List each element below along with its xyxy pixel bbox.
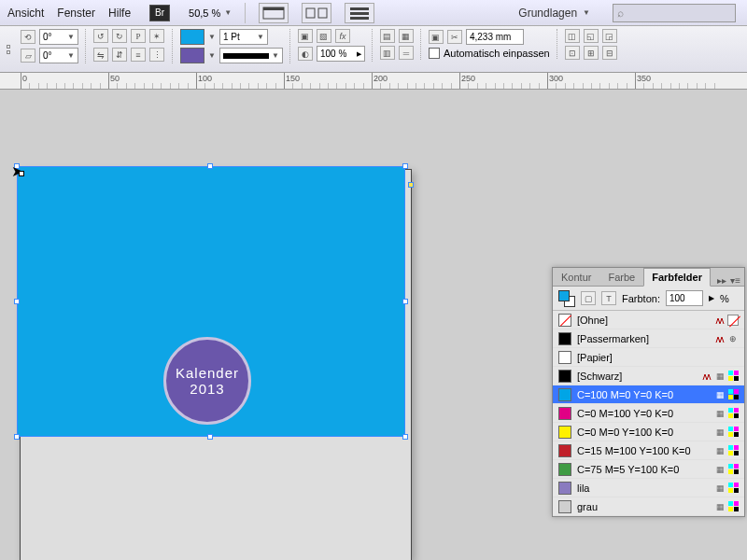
crop-icon[interactable]: ✂ — [447, 30, 462, 44]
svg-rect-1 — [263, 7, 284, 10]
flip-v-icon[interactable]: ⇵ — [112, 48, 127, 62]
swatch-row[interactable]: C=75 M=5 Y=100 K=0▦ — [553, 460, 744, 479]
selection-handle[interactable] — [402, 299, 408, 304]
svg-rect-14 — [734, 395, 739, 399]
selection-handle[interactable] — [408, 182, 414, 188]
chevron-down-icon[interactable]: ▼ — [208, 51, 216, 60]
cmyk-icon — [727, 464, 739, 475]
panel-collapse-icon[interactable]: ▸▸ — [717, 275, 726, 286]
view-options-button[interactable] — [345, 3, 374, 23]
swatch-name: C=75 M=5 Y=100 K=0 — [577, 464, 709, 475]
stroke-swatch[interactable] — [180, 48, 204, 63]
formatting-text-icon[interactable]: T — [601, 291, 616, 305]
formatting-container-icon[interactable]: ▢ — [581, 291, 596, 305]
chevron-down-icon: ▼ — [583, 8, 590, 17]
wrap-jump-icon[interactable]: ═ — [399, 46, 414, 60]
swatches-list[interactable]: [Ohne][Passermarken]⊕[Papier][Schwarz]▦C… — [553, 311, 744, 516]
swatch-row[interactable]: [Schwarz]▦ — [553, 367, 744, 385]
svg-rect-38 — [734, 507, 739, 511]
center-content-icon[interactable]: ⊡ — [565, 46, 580, 60]
fill-frame-icon[interactable]: ◲ — [602, 29, 617, 43]
fit-value-field[interactable]: 4,233 mm — [466, 29, 524, 45]
svg-rect-9 — [728, 376, 733, 381]
selection-handle[interactable] — [207, 434, 213, 440]
swatch-row[interactable]: [Papier] — [553, 348, 744, 367]
svg-rect-25 — [728, 451, 733, 455]
tint-slider-icon[interactable]: ▶ — [709, 294, 714, 302]
search-input[interactable]: ⌕ — [613, 4, 736, 22]
separator — [245, 3, 246, 23]
fit-content-icon[interactable]: ◫ — [565, 29, 580, 43]
panel-handle-icon[interactable] — [4, 29, 13, 69]
arrange-button[interactable] — [302, 3, 331, 23]
screen-mode-button[interactable] — [259, 3, 289, 23]
selection-handle[interactable] — [207, 163, 213, 169]
fill-stroke-proxy[interactable] — [558, 290, 575, 307]
fit-frame-content-icon[interactable]: ⊞ — [584, 46, 599, 60]
swatch-row[interactable]: C=0 M=100 Y=0 K=0▦ — [553, 404, 744, 423]
cmyk-icon — [727, 483, 739, 494]
registration-icon: ⊕ — [727, 333, 739, 344]
tint-field[interactable]: 100 — [666, 290, 703, 306]
menu-hilfe[interactable]: Hilfe — [108, 7, 131, 20]
clear-fit-icon[interactable]: ⊟ — [602, 46, 617, 60]
tab-farbe[interactable]: Farbe — [599, 268, 643, 286]
kalender-badge[interactable]: Kalender 2013 — [163, 337, 251, 425]
fit-frame-icon[interactable]: ▣ — [429, 30, 444, 44]
align-icon[interactable]: ≡ — [131, 48, 146, 62]
auto-fit-label: Automatisch einpassen — [444, 48, 550, 59]
no-delete-icon — [714, 333, 726, 344]
stroke-weight-field[interactable]: 1 Pt▼ — [219, 29, 268, 45]
wrap-none-icon[interactable]: ▤ — [380, 29, 395, 43]
wrap-shape-icon[interactable]: ▥ — [380, 46, 395, 60]
svg-rect-7 — [728, 371, 733, 375]
drop-shadow-icon[interactable]: ▧ — [317, 29, 331, 43]
fit-proportional-icon[interactable]: ◱ — [584, 29, 599, 43]
swatch-chip — [558, 426, 571, 439]
selection-handle[interactable] — [402, 163, 408, 169]
panel-menu-icon[interactable]: ▾≡ — [730, 275, 740, 286]
swatch-row[interactable]: [Ohne] — [553, 311, 744, 329]
char-style-icon[interactable]: ✶ — [149, 29, 164, 43]
selection-handle[interactable] — [402, 434, 408, 440]
swatch-row[interactable]: C=100 M=0 Y=0 K=0▦ — [553, 385, 744, 404]
opacity-field[interactable]: 100 %▶ — [317, 46, 365, 62]
swatch-row[interactable]: lila▦ — [553, 479, 744, 497]
tab-farbfelder[interactable]: Farbfelder — [643, 268, 711, 287]
svg-rect-22 — [734, 432, 739, 437]
stroke-style-field[interactable]: ▼ — [219, 48, 283, 63]
swatch-row[interactable]: grau▦ — [553, 497, 744, 516]
rotate-icon: ⟲ — [21, 30, 35, 44]
horizontal-ruler[interactable]: 050100150200250300350 — [0, 73, 747, 90]
document-area[interactable]: Kalender 2013 ➤ Kontur Farbe Farbfelder … — [0, 90, 747, 560]
workspace-switcher[interactable]: Grundlagen ▼ — [518, 7, 590, 20]
swatch-name: C=0 M=0 Y=100 K=0 — [577, 427, 709, 438]
rotate-ccw-icon[interactable]: ↺ — [93, 29, 108, 43]
selection-handle[interactable] — [14, 434, 20, 440]
swatch-row[interactable]: C=0 M=0 Y=100 K=0▦ — [553, 423, 744, 441]
swatch-row[interactable]: C=15 M=100 Y=100 K=0▦ — [553, 441, 744, 460]
menu-fenster[interactable]: Fenster — [57, 7, 95, 20]
swatch-row[interactable]: [Passermarken]⊕ — [553, 329, 744, 348]
fx-icon[interactable]: fx — [335, 29, 350, 43]
svg-rect-37 — [728, 507, 733, 511]
rotate-field[interactable]: 0°▼ — [39, 29, 78, 45]
selection-handle[interactable] — [14, 299, 20, 304]
zoom-level[interactable]: 50,5 % ▼ — [189, 7, 232, 19]
tab-kontur[interactable]: Kontur — [553, 268, 599, 286]
bridge-button[interactable]: Br — [149, 5, 170, 21]
auto-fit-checkbox[interactable]: Automatisch einpassen — [429, 48, 550, 59]
no-delete-icon — [714, 315, 726, 326]
wrap-bound-icon[interactable]: ▦ — [399, 29, 414, 43]
flip-h-icon[interactable]: ⇋ — [93, 48, 108, 62]
rotate-cw-icon[interactable]: ↻ — [112, 29, 127, 43]
shear-field[interactable]: 0°▼ — [39, 48, 78, 63]
menu-ansicht[interactable]: Ansicht — [7, 7, 44, 20]
color-mode-icon: ▦ — [714, 464, 726, 475]
fill-swatch[interactable] — [180, 29, 204, 45]
paragraph-icon[interactable]: P — [131, 29, 146, 43]
effects-icon[interactable]: ▣ — [298, 29, 313, 43]
none-indicator-icon — [727, 315, 739, 326]
chevron-down-icon[interactable]: ▼ — [208, 33, 216, 41]
distribute-icon[interactable]: ⋮ — [149, 48, 164, 62]
